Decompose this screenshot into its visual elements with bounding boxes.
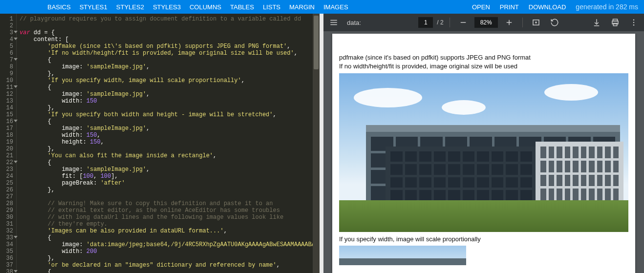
pdf-text-line-3: If you specify width, image will scale p… bbox=[339, 235, 628, 244]
code-line[interactable]: 'You can also fit the image inside a rec… bbox=[20, 152, 320, 159]
code-line[interactable]: width: 150 bbox=[20, 98, 320, 105]
nav-styles2[interactable]: STYLES2 bbox=[116, 3, 144, 11]
code-line[interactable]: // external text editor, as the online A… bbox=[20, 207, 320, 214]
code-line[interactable]: 'pdfmake (since it\'s based on pdfkit) s… bbox=[20, 43, 320, 50]
line-number: 19 bbox=[0, 139, 13, 146]
svg-point-14 bbox=[633, 22, 634, 23]
svg-point-13 bbox=[633, 20, 634, 21]
editor-content[interactable]: // playground requires you to assign doc… bbox=[17, 14, 320, 273]
code-line[interactable]: }, bbox=[20, 70, 320, 77]
code-line[interactable]: fit: [100, 100], bbox=[20, 173, 320, 180]
line-number: 23 bbox=[0, 166, 13, 173]
code-line[interactable]: { bbox=[20, 84, 320, 91]
code-line[interactable]: }, bbox=[20, 255, 320, 262]
menu-icon[interactable] bbox=[326, 15, 341, 30]
code-line[interactable] bbox=[20, 193, 320, 200]
line-number: 12 bbox=[0, 91, 13, 98]
pdf-text-line-2: If no width/height/fit is provided, imag… bbox=[339, 62, 628, 71]
line-number: 10 bbox=[0, 77, 13, 84]
line-number: 2 bbox=[0, 22, 13, 29]
code-line[interactable]: pageBreak: 'after' bbox=[20, 180, 320, 187]
line-number: 29 bbox=[0, 207, 13, 214]
editor-scrollbar[interactable] bbox=[313, 14, 320, 273]
code-line[interactable]: width: 200 bbox=[20, 248, 320, 255]
print-button[interactable]: PRINT bbox=[500, 3, 519, 11]
nav-margin[interactable]: MARGIN bbox=[289, 3, 315, 11]
fit-page-icon[interactable] bbox=[529, 15, 543, 30]
code-line[interactable]: { bbox=[20, 269, 320, 273]
line-number: 1 bbox=[0, 16, 13, 22]
code-line[interactable]: 'If no width/height/fit is provided, ima… bbox=[20, 50, 320, 57]
code-line[interactable]: }, bbox=[20, 146, 320, 152]
code-line[interactable]: content: [ bbox=[20, 36, 320, 43]
code-line[interactable]: 'Images can be also provided in dataURL … bbox=[20, 228, 320, 234]
code-editor[interactable]: 1234567891011121314151617181920212223242… bbox=[0, 14, 320, 273]
line-number: 3 bbox=[0, 29, 13, 36]
code-line[interactable]: image: 'sampleImage.jpg', bbox=[20, 91, 320, 98]
nav-lists[interactable]: LISTS bbox=[263, 3, 280, 11]
editor-gutter: 1234567891011121314151617181920212223242… bbox=[0, 14, 17, 273]
open-button[interactable]: OPEN bbox=[472, 3, 490, 11]
code-line[interactable]: { bbox=[20, 118, 320, 125]
pane-splitter[interactable] bbox=[320, 14, 323, 273]
line-number: 30 bbox=[0, 214, 13, 221]
rotate-icon[interactable] bbox=[547, 15, 562, 30]
more-icon[interactable] bbox=[626, 15, 641, 30]
zoom-out-icon[interactable] bbox=[456, 15, 471, 30]
line-number: 33 bbox=[0, 234, 13, 241]
generated-time-label: generated in 282 ms bbox=[576, 3, 638, 11]
code-line[interactable]: { bbox=[20, 234, 320, 241]
line-number: 13 bbox=[0, 98, 13, 105]
code-line[interactable]: 'If you specify width, image will scale … bbox=[20, 77, 320, 84]
download-button[interactable]: DOWNLOAD bbox=[529, 3, 566, 11]
pdf-viewer: data: / 2 bbox=[323, 14, 644, 273]
line-number: 7 bbox=[0, 57, 13, 63]
code-line[interactable]: 'If you specify both width and height - … bbox=[20, 111, 320, 118]
code-line[interactable]: // with long dataUrl lines and the follo… bbox=[20, 214, 320, 221]
line-number: 18 bbox=[0, 132, 13, 139]
zoom-in-icon[interactable] bbox=[502, 15, 516, 30]
nav-columns[interactable]: COLUMNS bbox=[190, 3, 221, 11]
line-number: 4 bbox=[0, 36, 13, 43]
nav-basics[interactable]: BASICS bbox=[47, 3, 71, 11]
nav-images[interactable]: IMAGES bbox=[323, 3, 348, 11]
line-number: 22 bbox=[0, 159, 13, 166]
editor-scroll-thumb[interactable] bbox=[314, 16, 319, 69]
svg-point-15 bbox=[633, 24, 634, 25]
pdf-document-area[interactable]: pdfmake (since it's based on pdfkit) sup… bbox=[323, 31, 644, 273]
line-number: 27 bbox=[0, 193, 13, 200]
code-line[interactable]: { bbox=[20, 159, 320, 166]
code-line[interactable]: height: 150, bbox=[20, 139, 320, 146]
code-line[interactable]: // Warning! Make sure to copy this defin… bbox=[20, 200, 320, 207]
zoom-level-input[interactable] bbox=[474, 17, 498, 28]
pdf-text-line-1: pdfmake (since it's based on pdfkit) sup… bbox=[339, 53, 628, 62]
line-number: 5 bbox=[0, 43, 13, 50]
code-line[interactable]: // they're empty. bbox=[20, 221, 320, 228]
code-line[interactable]: }, bbox=[20, 105, 320, 111]
code-line[interactable]: var dd = { bbox=[20, 29, 320, 36]
line-number: 20 bbox=[0, 146, 13, 152]
line-number: 14 bbox=[0, 105, 13, 111]
code-line[interactable]: { bbox=[20, 57, 320, 63]
code-line[interactable]: // playground requires you to assign doc… bbox=[20, 16, 320, 22]
code-line[interactable]: }, bbox=[20, 187, 320, 193]
nav-styles1[interactable]: STYLES1 bbox=[80, 3, 107, 11]
line-number: 38 bbox=[0, 269, 13, 273]
code-line[interactable]: image: 'sampleImage.jpg', bbox=[20, 125, 320, 132]
pdf-toolbar: data: / 2 bbox=[323, 14, 644, 31]
line-number: 21 bbox=[0, 152, 13, 159]
code-line[interactable]: image: 'sampleImage.jpg', bbox=[20, 63, 320, 70]
pdf-sample-image-small bbox=[339, 246, 466, 265]
line-number: 24 bbox=[0, 173, 13, 180]
code-line[interactable]: 'or be declared in an "images" dictionar… bbox=[20, 262, 320, 269]
line-number: 8 bbox=[0, 63, 13, 70]
nav-tables[interactable]: TABLES bbox=[230, 3, 254, 11]
page-number-input[interactable] bbox=[418, 17, 433, 28]
code-line[interactable] bbox=[20, 22, 320, 29]
download-icon[interactable] bbox=[589, 15, 604, 30]
code-line[interactable]: width: 150, bbox=[20, 132, 320, 139]
nav-styles3[interactable]: STYLES3 bbox=[153, 3, 181, 11]
print-icon[interactable] bbox=[608, 15, 623, 30]
code-line[interactable]: image: 'sampleImage.jpg', bbox=[20, 166, 320, 173]
code-line[interactable]: image: 'data:image/jpeg;base64,/9j/4RC5R… bbox=[20, 241, 320, 248]
